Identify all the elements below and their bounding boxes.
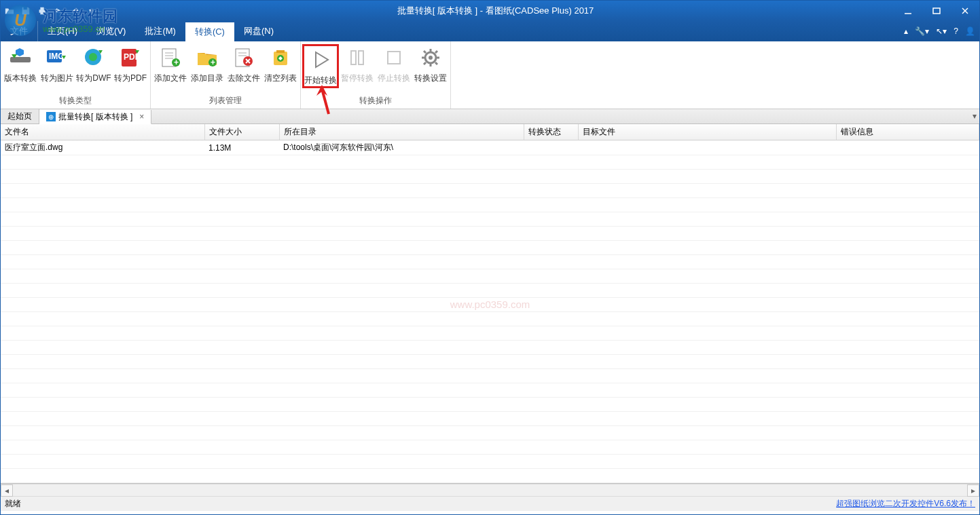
- cell-status: [524, 184, 578, 198]
- qat-dropdown-icon[interactable]: ▾: [85, 5, 97, 17]
- close-button[interactable]: [951, 1, 979, 21]
- table-row: [1, 227, 979, 241]
- menu-annotate[interactable]: 批注(M): [135, 21, 185, 41]
- col-filesize[interactable]: 文件大小: [204, 124, 279, 140]
- cell-err: [836, 369, 979, 383]
- btn-label: 转为DWF: [76, 73, 111, 84]
- tool-wrench-icon[interactable]: 🔧▾: [915, 26, 929, 36]
- tabs-overflow-icon[interactable]: ▾: [973, 111, 977, 121]
- qat-save-icon[interactable]: [20, 5, 32, 17]
- cell-name: [1, 398, 204, 412]
- stop-icon: [382, 45, 406, 70]
- cell-target: [578, 140, 836, 155]
- btn-add-file[interactable]: + 添加文件: [152, 44, 189, 84]
- collapse-ribbon-icon[interactable]: ▴: [904, 26, 908, 36]
- qat-redo-icon[interactable]: [69, 5, 81, 17]
- qat-print-icon[interactable]: [36, 5, 48, 17]
- cell-err: [836, 212, 979, 227]
- cell-name: [1, 269, 204, 284]
- col-error[interactable]: 错误信息: [836, 124, 979, 140]
- svg-text:+: +: [211, 58, 215, 67]
- cell-name: [1, 469, 204, 483]
- cell-name: [1, 298, 204, 312]
- status-promo-link[interactable]: 超强图纸浏览二次开发控件V6.6发布！: [836, 498, 975, 510]
- table-row: [1, 241, 979, 255]
- svg-rect-4: [10, 57, 31, 62]
- btn-to-pdf[interactable]: PDF 转为PDF: [112, 44, 149, 84]
- btn-convert-settings[interactable]: 转换设置: [412, 44, 449, 84]
- btn-to-image[interactable]: IMG 转为图片: [39, 44, 75, 84]
- cell-size: 1.13M: [204, 140, 279, 155]
- cell-size: [204, 198, 279, 212]
- tab-start-page[interactable]: 起始页: [1, 109, 39, 123]
- menu-browse[interactable]: 浏览(V): [87, 21, 135, 41]
- scroll-left-icon[interactable]: ◂: [1, 484, 13, 497]
- cell-dir: [279, 241, 524, 255]
- menu-convert[interactable]: 转换(C): [185, 21, 234, 41]
- col-status[interactable]: 转换状态: [524, 124, 578, 140]
- table-row: [1, 312, 979, 326]
- cell-status: [524, 241, 578, 255]
- tab-icon: [46, 112, 56, 121]
- btn-label: 转换设置: [414, 73, 447, 84]
- btn-version-convert[interactable]: 版本转换: [2, 44, 39, 84]
- cell-dir: [279, 398, 524, 412]
- tab-batch-convert[interactable]: 批量转换[ 版本转换 ] ×: [39, 110, 151, 124]
- svg-rect-27: [351, 51, 356, 64]
- tab-close-icon[interactable]: ×: [139, 112, 144, 121]
- cell-name: [1, 227, 204, 241]
- cell-err: [836, 341, 979, 355]
- cell-status: [524, 455, 578, 469]
- cell-name: 医疗室立面.dwg: [1, 140, 204, 155]
- cell-err: [836, 440, 979, 455]
- qat-open-icon[interactable]: [3, 5, 16, 17]
- cell-err: [836, 284, 979, 298]
- tool-help-icon[interactable]: ?: [954, 26, 958, 36]
- horizontal-scrollbar[interactable]: ◂ ▸: [1, 484, 979, 496]
- table-row: [1, 440, 979, 455]
- btn-start-convert[interactable]: 开始转换: [302, 44, 339, 88]
- cell-dir: [279, 284, 524, 298]
- cell-err: [836, 227, 979, 241]
- tool-user-icon[interactable]: 👤: [965, 26, 975, 36]
- add-file-icon: +: [158, 45, 183, 70]
- menu-netdisk[interactable]: 网盘(N): [234, 21, 283, 41]
- qat-undo-icon[interactable]: [52, 5, 65, 17]
- table-row: [1, 284, 979, 298]
- cell-name: [1, 426, 204, 440]
- cell-err: [836, 155, 979, 170]
- btn-label: 版本转换: [4, 73, 37, 84]
- cell-target: [578, 255, 836, 269]
- btn-label: 添加文件: [154, 73, 187, 84]
- menu-file[interactable]: 文件: [1, 21, 38, 41]
- cell-target: [578, 155, 836, 170]
- btn-label: 去除文件: [228, 73, 260, 84]
- col-directory[interactable]: 所在目录: [279, 124, 524, 140]
- table-row: [1, 255, 979, 269]
- cell-err: [836, 255, 979, 269]
- btn-to-dwf[interactable]: 转为DWF: [75, 44, 112, 84]
- cell-status: [524, 341, 578, 355]
- maximize-button[interactable]: [922, 1, 951, 21]
- btn-remove-file[interactable]: 去除文件: [225, 44, 262, 84]
- cell-name: [1, 212, 204, 227]
- col-filename[interactable]: 文件名: [1, 124, 204, 140]
- btn-clear-list[interactable]: 清空列表: [262, 44, 299, 84]
- group-label-type: 转换类型: [1, 95, 150, 109]
- cell-target: [578, 227, 836, 241]
- cell-dir: [279, 383, 524, 398]
- cell-status: [524, 355, 578, 369]
- btn-label: 添加目录: [191, 73, 223, 84]
- scroll-right-icon[interactable]: ▸: [967, 484, 979, 497]
- cell-target: [578, 326, 836, 341]
- cell-dir: [279, 440, 524, 455]
- version-convert-icon: [8, 45, 33, 70]
- table-row[interactable]: 医疗室立面.dwg1.13MD:\tools\桌面\河东软件园\河东\: [1, 140, 979, 155]
- btn-add-dir[interactable]: + 添加目录: [189, 44, 225, 84]
- col-target[interactable]: 目标文件: [578, 124, 836, 140]
- tool-cursor-icon[interactable]: ↖▾: [936, 26, 947, 36]
- table-row: [1, 355, 979, 369]
- minimize-button[interactable]: [894, 1, 922, 21]
- cell-status: [524, 170, 578, 184]
- menu-home[interactable]: 主页(H): [38, 21, 87, 41]
